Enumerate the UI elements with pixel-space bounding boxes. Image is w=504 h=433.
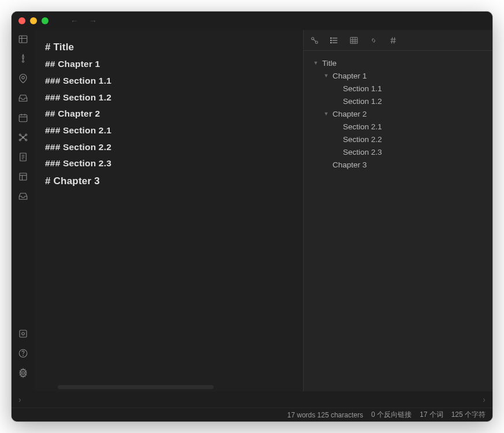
graph-icon[interactable] (17, 132, 29, 143)
template-icon[interactable] (17, 171, 29, 182)
left-rail (12, 30, 35, 391)
outline-item[interactable]: ▼Title (308, 57, 488, 69)
outline-item[interactable]: ▼Chapter 2 (308, 107, 488, 120)
hash-icon[interactable] (388, 35, 398, 46)
status-backlinks: 0 个反向链接 (371, 410, 412, 420)
table-icon[interactable] (349, 35, 359, 46)
svg-point-35 (331, 38, 331, 38)
status-char-count-cn: 125 个字符 (451, 410, 486, 420)
svg-line-46 (394, 37, 394, 43)
chevron-down-icon[interactable]: ▼ (312, 59, 320, 67)
sidebar-tabs (304, 30, 492, 51)
svg-rect-5 (19, 115, 27, 122)
settings-icon[interactable] (17, 367, 29, 379)
editor-scrollbar[interactable] (58, 385, 214, 389)
app-window: ← → (12, 12, 492, 421)
svg-line-45 (391, 37, 392, 43)
bottom-rail: › › (12, 391, 492, 408)
statusbar: 17 words 125 characters 0 个反向链接 17 个词 12… (12, 408, 492, 421)
outline-item-label: Section 1.2 (343, 97, 382, 106)
svg-line-15 (23, 135, 26, 138)
chevron-down-icon[interactable]: ▼ (322, 110, 330, 118)
svg-rect-25 (20, 330, 27, 337)
svg-rect-38 (350, 37, 357, 43)
outline-item[interactable]: ▼Section 2.1 (308, 120, 488, 133)
svg-point-4 (22, 76, 25, 79)
outline-item-label: Chapter 1 (333, 72, 367, 80)
svg-point-26 (22, 333, 25, 335)
svg-line-14 (20, 135, 23, 138)
notes-icon[interactable] (17, 151, 29, 163)
outline-item-label: Section 2.2 (343, 135, 382, 144)
traffic-lights (18, 17, 48, 24)
outline-item[interactable]: ▼Chapter 3 (308, 158, 488, 171)
outline-icon[interactable] (329, 35, 339, 46)
editor-pane[interactable]: # Title## Chapter 1### Section 1.1### Se… (35, 30, 303, 391)
svg-point-29 (22, 372, 25, 375)
svg-line-17 (23, 137, 26, 140)
outline-item-label: Title (322, 59, 337, 68)
nav-forward-button[interactable]: → (89, 16, 97, 25)
titlebar: ← → (12, 12, 492, 30)
svg-line-16 (20, 137, 23, 140)
svg-rect-22 (20, 173, 27, 180)
editor-line[interactable]: ### Section 2.3 (45, 155, 293, 172)
vault-icon[interactable] (17, 328, 29, 339)
svg-point-37 (331, 42, 331, 43)
right-sidebar-toggle[interactable]: › (480, 395, 488, 404)
link-icon[interactable] (368, 35, 379, 46)
outline-item-label: Chapter 3 (333, 160, 367, 169)
outline-tree: ▼Title▼Chapter 1▼Section 1.1▼Section 1.2… (304, 51, 492, 391)
outline-item-label: Section 2.1 (343, 122, 382, 131)
nav-back-button[interactable]: ← (70, 16, 79, 25)
editor-line[interactable]: ### Section 2.2 (45, 139, 293, 156)
editor-line[interactable]: ### Section 1.1 (45, 73, 293, 89)
maximize-window-button[interactable] (42, 17, 48, 24)
svg-rect-0 (19, 36, 27, 43)
archive-icon[interactable] (17, 191, 29, 202)
files-icon[interactable] (17, 33, 29, 45)
right-sidebar: ▼Title▼Chapter 1▼Section 1.1▼Section 1.2… (303, 30, 492, 391)
outline-item[interactable]: ▼Section 1.2 (308, 95, 488, 107)
editor-line[interactable]: ### Section 1.2 (45, 89, 293, 106)
outline-item-label: Section 1.1 (343, 84, 382, 93)
outline-item[interactable]: ▼Section 2.2 (308, 133, 488, 145)
outline-item-label: Section 2.3 (343, 148, 382, 156)
status-words: 17 words 125 characters (288, 411, 363, 419)
editor-line[interactable]: ### Section 2.1 (45, 122, 293, 139)
tag-icon[interactable] (17, 53, 29, 65)
minimize-window-button[interactable] (30, 17, 37, 24)
help-icon[interactable] (17, 348, 29, 359)
outline-item-label: Chapter 2 (333, 110, 367, 118)
backlinks-icon[interactable] (309, 35, 320, 46)
inbox-icon[interactable] (17, 92, 29, 104)
close-window-button[interactable] (18, 17, 25, 24)
calendar-icon[interactable] (17, 112, 29, 124)
editor-line[interactable]: ## Chapter 2 (45, 106, 293, 122)
svg-point-3 (23, 61, 24, 62)
svg-point-28 (23, 355, 24, 356)
editor-line[interactable]: ## Chapter 1 (45, 56, 293, 73)
nav-arrows: ← → (70, 16, 97, 25)
app-body: # Title## Chapter 1### Section 1.1### Se… (12, 30, 492, 391)
location-icon[interactable] (17, 73, 29, 84)
outline-item[interactable]: ▼Section 2.3 (308, 145, 488, 158)
editor-line[interactable]: # Chapter 3 (45, 172, 293, 190)
editor-line[interactable]: # Title (45, 38, 293, 56)
outline-item[interactable]: ▼Chapter 1 (308, 69, 488, 82)
status-word-count-cn: 17 个词 (420, 410, 443, 420)
outline-item[interactable]: ▼Section 1.1 (308, 82, 488, 95)
chevron-down-icon[interactable]: ▼ (322, 72, 330, 80)
svg-point-36 (331, 40, 331, 40)
left-sidebar-toggle[interactable]: › (16, 395, 24, 404)
